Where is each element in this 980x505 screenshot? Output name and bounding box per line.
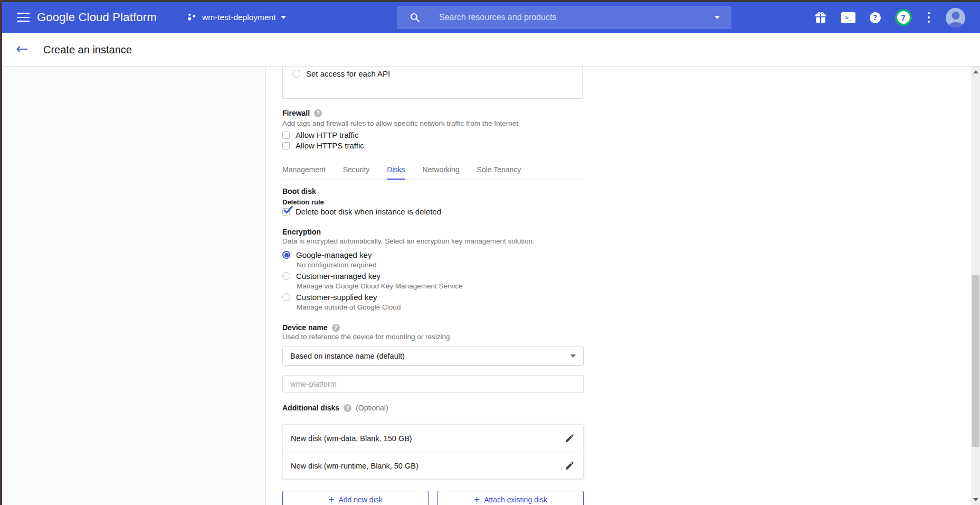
avatar-body — [948, 22, 963, 27]
radio-icon — [282, 272, 290, 280]
tab-disks[interactable]: Disks — [387, 164, 405, 180]
radio-icon — [292, 70, 300, 78]
device-name-select[interactable]: Based on instance name (default) — [282, 347, 584, 366]
left-panel — [2, 67, 266, 505]
checkbox-checked-icon — [282, 208, 290, 216]
encryption-description: Data is encrypted automatically. Select … — [282, 237, 535, 245]
checkbox-delete-boot-disk[interactable]: Delete boot disk when instance is delete… — [282, 207, 441, 216]
topbar-actions: >_ ? 7 — [814, 2, 966, 33]
notifications-icon[interactable]: 7 — [895, 9, 912, 26]
additional-disks-list: New disk (wm-data, Blank, 150 GB) New di… — [282, 424, 584, 479]
more-options-icon[interactable] — [926, 12, 932, 23]
gift-icon[interactable] — [814, 11, 827, 24]
radio-set-access-each-api[interactable]: Set access for each API — [292, 69, 390, 78]
disk-row-wm-runtime: New disk (wm-runtime, Blank, 50 GB) — [283, 452, 583, 479]
encryption-label: Encryption — [282, 228, 321, 236]
scroll-up-arrow-icon[interactable] — [973, 70, 978, 73]
additional-disks-help-icon[interactable]: ? — [344, 404, 351, 412]
tab-sole-tenancy[interactable]: Sole Tenancy — [477, 164, 521, 180]
avatar[interactable] — [946, 8, 965, 27]
api-access-box: Set access for each API — [282, 67, 583, 99]
scroll-down-arrow-icon[interactable] — [973, 498, 978, 501]
search-input[interactable] — [438, 12, 715, 23]
google-managed-key-sublabel: No configuration required — [297, 261, 377, 269]
radio-selected-icon — [282, 251, 290, 259]
additional-disks-label: Additional disks ? (Optional) — [282, 404, 388, 412]
device-name-help-icon[interactable]: ? — [332, 324, 340, 332]
customer-supplied-key-sublabel: Manage outside of Google Cloud — [297, 303, 401, 311]
window-edge-top — [0, 0, 980, 2]
add-new-disk-button[interactable]: + Add new disk — [282, 491, 429, 505]
radio-icon — [282, 293, 290, 301]
scrollbar[interactable] — [971, 67, 980, 505]
plus-icon: + — [328, 494, 334, 504]
notification-count-badge: 7 — [895, 9, 912, 26]
tab-management[interactable]: Management — [282, 164, 326, 180]
device-name-input-wrap — [282, 375, 584, 393]
checkbox-allow-http[interactable]: Allow HTTP traffic — [282, 130, 358, 139]
search-dropdown-icon[interactable] — [715, 16, 720, 19]
checkbox-icon — [282, 132, 290, 139]
edit-disk-icon[interactable] — [564, 460, 575, 472]
scrollbar-thumb[interactable] — [972, 275, 979, 447]
disk-row-wm-data: New disk (wm-data, Blank, 150 GB) — [283, 425, 583, 452]
radio-customer-supplied-key[interactable]: Customer-supplied key — [282, 293, 377, 302]
search-icon — [410, 12, 420, 23]
settings-tabs: Management Security Disks Networking Sol… — [282, 164, 584, 180]
page-header: ← Create an instance — [2, 33, 980, 67]
help-icon[interactable]: ? — [870, 12, 881, 23]
checkbox-icon — [282, 142, 290, 149]
tab-networking[interactable]: Networking — [423, 164, 460, 180]
menu-icon[interactable] — [17, 13, 30, 22]
checkbox-allow-https[interactable]: Allow HTTPS traffic — [282, 141, 364, 150]
cloud-shell-icon[interactable]: >_ — [841, 12, 855, 23]
chevron-down-icon — [281, 16, 286, 19]
chevron-down-icon — [570, 354, 576, 358]
firewall-description: Add tags and firewall rules to allow spe… — [282, 119, 518, 127]
window-edge-left — [0, 0, 2, 505]
device-name-input[interactable] — [283, 376, 583, 392]
device-name-label: Device name ? — [282, 323, 340, 332]
radio-google-managed-key[interactable]: Google-managed key — [282, 250, 372, 259]
project-selector[interactable]: wm-test-deployment — [187, 12, 286, 23]
optional-note: (Optional) — [356, 404, 388, 412]
project-icon — [187, 12, 197, 23]
gcp-logo: Google Cloud Platform — [37, 11, 157, 24]
firewall-label: Firewall ? — [282, 109, 322, 117]
attach-existing-disk-button[interactable]: + Attach existing disk — [437, 491, 584, 505]
firewall-help-icon[interactable]: ? — [314, 109, 322, 117]
tab-security[interactable]: Security — [343, 164, 370, 180]
plus-icon: + — [474, 494, 480, 504]
customer-managed-key-sublabel: Manage via Google Cloud Key Management S… — [297, 282, 462, 290]
edit-disk-icon[interactable] — [564, 433, 575, 444]
project-name: wm-test-deployment — [202, 13, 276, 22]
top-app-bar: Google Cloud Platform wm-test-deployment… — [2, 2, 980, 33]
device-name-description: Used to reference the device for mountin… — [282, 333, 452, 341]
page-title: Create an instance — [43, 43, 132, 55]
search-bar[interactable] — [397, 6, 731, 29]
avatar-head — [952, 12, 959, 20]
boot-disk-title: Boot disk — [282, 187, 316, 195]
create-instance-form: Set access for each API Firewall ? Add t… — [282, 67, 584, 505]
back-button[interactable]: ← — [16, 41, 28, 56]
radio-customer-managed-key[interactable]: Customer-managed key — [282, 272, 380, 280]
